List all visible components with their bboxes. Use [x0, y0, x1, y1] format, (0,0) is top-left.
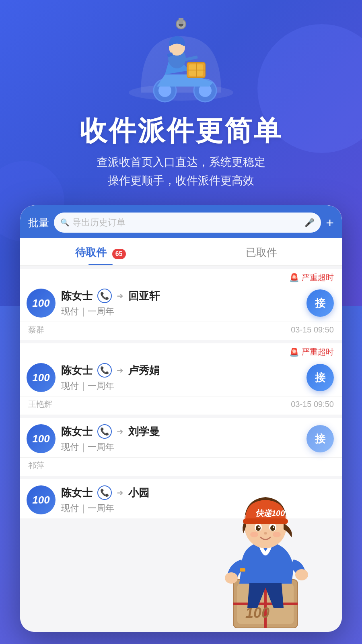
order-tags-4: 现付｜一周年	[61, 502, 334, 514]
order-tags-2: 现付｜一周年	[61, 380, 301, 392]
order-card-4: 100 陈女士 📞 ➜ 小园 现付｜一周年	[20, 479, 342, 518]
tab-pending-badge: 65	[112, 249, 126, 259]
order-name-row-1: 陈女士 📞 ➜ 回亚轩	[61, 289, 301, 303]
order-main-4: 100 陈女士 📞 ➜ 小园 现付｜一周年	[20, 479, 342, 518]
order-card-3: 100 陈女士 📞 ➜ 刘学曼 现付｜一周年 接	[20, 418, 342, 476]
arrow-icon-1: ➜	[117, 291, 123, 301]
accept-button-2[interactable]: 接	[306, 364, 334, 391]
dest-name-4: 小园	[128, 486, 149, 500]
svg-rect-13	[179, 18, 183, 24]
order-main-2: 100 陈女士 📞 ➜ 卢秀娟 现付｜一周年 接	[20, 359, 342, 396]
order-list: 🚨 严重超时 100 陈女士 📞 ➜ 回亚轩 现付｜一周年	[20, 266, 342, 632]
tab-collected-label: 已取件	[246, 246, 277, 258]
dest-name-1: 回亚轩	[128, 289, 160, 303]
order-card-1: 🚨 严重超时 100 陈女士 📞 ➜ 回亚轩 现付｜一周年	[20, 269, 342, 340]
sender-name-3: 陈女士	[61, 425, 93, 439]
order-time-1: 03-15 09:50	[291, 325, 334, 334]
tabs-row: 待取件 65 已取件	[20, 238, 342, 266]
overtime-banner-2: 🚨 严重超时	[20, 343, 342, 359]
hero-title: 收件派件更简单	[0, 113, 362, 149]
logo-circle-2: 100	[27, 363, 56, 392]
order-footer-1: 蔡群 03-15 09:50	[20, 322, 342, 340]
order-card-2: 🚨 严重超时 100 陈女士 📞 ➜ 卢秀娟 现付｜一周年	[20, 343, 342, 415]
arrow-icon-3: ➜	[117, 427, 123, 436]
order-info-4: 陈女士 📞 ➜ 小园 现付｜一周年	[61, 485, 334, 514]
sender-name-4: 陈女士	[61, 486, 93, 500]
accept-button-1[interactable]: 接	[306, 289, 334, 317]
add-button[interactable]: +	[326, 216, 334, 229]
logo-circle-3: 100	[27, 424, 56, 453]
hero-subtitle-line2: 操作更顺手，收件派件更高效	[0, 171, 362, 190]
search-bar-area: 批量 🔍 导出历史订单 🎤 +	[20, 205, 342, 238]
order-tags-3: 现付｜一周年	[61, 441, 301, 453]
hero-subtitle-line1: 查派收首页入口直达，系统更稳定	[0, 153, 362, 171]
courier-name-1: 蔡群	[28, 324, 44, 335]
overtime-label-2: 严重超时	[302, 347, 334, 357]
hero-illustration	[125, 12, 237, 113]
mic-icon[interactable]: 🎤	[304, 218, 315, 227]
hero-subtitle: 查派收首页入口直达，系统更稳定 操作更顺手，收件派件更高效	[0, 153, 362, 190]
dest-name-2: 卢秀娟	[128, 363, 160, 378]
tab-pending-label: 待取件	[75, 246, 107, 258]
order-name-row-3: 陈女士 📞 ➜ 刘学曼	[61, 424, 301, 439]
search-input-wrap[interactable]: 🔍 导出历史订单 🎤	[54, 213, 321, 233]
order-footer-2: 王艳辉 03-15 09:50	[20, 396, 342, 415]
order-tags-1: 现付｜一周年	[61, 305, 301, 318]
arrow-icon-4: ➜	[117, 488, 123, 497]
order-info-1: 陈女士 📞 ➜ 回亚轩 现付｜一周年	[61, 289, 301, 318]
phone-inner: 批量 🔍 导出历史订单 🎤 + 待取件 65 已取件 🚨	[20, 205, 342, 632]
order-time-2: 03-15 09:50	[291, 400, 334, 409]
search-icon: 🔍	[60, 218, 69, 227]
dest-name-3: 刘学曼	[128, 425, 160, 439]
order-info-2: 陈女士 📞 ➜ 卢秀娟 现付｜一周年	[61, 363, 301, 392]
logo-circle-1: 100	[27, 289, 56, 318]
phone-icon-3[interactable]: 📞	[97, 424, 112, 439]
phone-icon-4[interactable]: 📞	[97, 485, 112, 500]
phone-icon-1[interactable]: 📞	[97, 289, 112, 303]
logo-circle-4: 100	[27, 485, 56, 514]
courier-name-2: 王艳辉	[28, 399, 52, 410]
order-main-3: 100 陈女士 📞 ➜ 刘学曼 现付｜一周年 接	[20, 418, 342, 457]
order-main-1: 100 陈女士 📞 ➜ 回亚轩 现付｜一周年 接	[20, 285, 342, 322]
arrow-icon-2: ➜	[117, 365, 123, 375]
alarm-icon-2: 🚨	[289, 347, 299, 357]
order-name-row-2: 陈女士 📞 ➜ 卢秀娟	[61, 363, 301, 378]
tab-collected[interactable]: 已取件	[181, 238, 342, 265]
phone-mockup: 批量 🔍 导出历史订单 🎤 + 待取件 65 已取件 🚨	[20, 205, 342, 632]
sender-name-2: 陈女士	[61, 363, 93, 378]
accept-button-3[interactable]: 接	[306, 425, 334, 452]
batch-button[interactable]: 批量	[28, 216, 49, 230]
order-footer-3: 祁萍	[20, 457, 342, 476]
overtime-banner-1: 🚨 严重超时	[20, 269, 342, 285]
alarm-icon-1: 🚨	[289, 273, 299, 283]
sender-name-1: 陈女士	[61, 289, 93, 303]
phone-icon-2[interactable]: 📞	[97, 363, 112, 378]
search-placeholder: 导出历史订单	[72, 217, 301, 229]
courier-name-3: 祁萍	[28, 460, 44, 471]
tab-pending[interactable]: 待取件 65	[20, 238, 181, 265]
overtime-label-1: 严重超时	[302, 272, 334, 283]
order-name-row-4: 陈女士 📞 ➜ 小园	[61, 485, 334, 500]
order-info-3: 陈女士 📞 ➜ 刘学曼 现付｜一周年	[61, 424, 301, 453]
